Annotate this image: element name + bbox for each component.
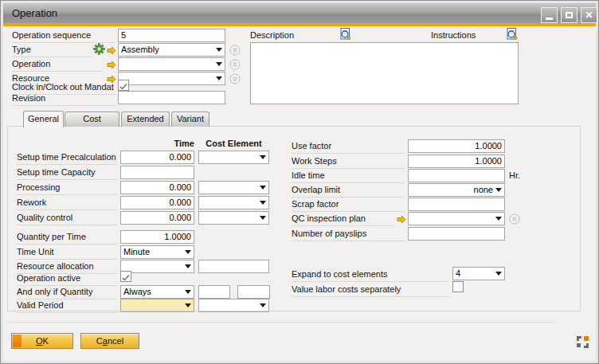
- page-title: Operation: [12, 7, 57, 19]
- tab-cost[interactable]: Cost: [65, 112, 119, 127]
- maximize-button[interactable]: [561, 7, 577, 23]
- clock-mandatory-checkbox[interactable]: [118, 80, 129, 91]
- resize-form-icon[interactable]: [575, 335, 590, 350]
- operation-dialog: Operation ✕ Operation sequence 5 Type As…: [0, 0, 599, 364]
- ok-button[interactable]: OK: [11, 333, 73, 349]
- resource-dropdown[interactable]: [118, 72, 225, 85]
- dropdown-arrow-icon: [216, 48, 222, 52]
- type-link-arrow-icon[interactable]: [107, 46, 116, 55]
- title-bar[interactable]: Operation: [3, 3, 596, 23]
- description-label: Description: [250, 30, 339, 43]
- operation-sequence-input[interactable]: 5: [118, 29, 225, 42]
- accent-bar: [3, 23, 596, 26]
- operation-link-arrow-icon[interactable]: [107, 61, 116, 69]
- minimize-button[interactable]: [541, 7, 558, 23]
- tab-general[interactable]: General: [23, 111, 64, 127]
- revision-input[interactable]: [118, 91, 225, 104]
- operation-choose-list-icon[interactable]: [229, 59, 241, 70]
- tab-variant[interactable]: Variant: [171, 112, 209, 127]
- maximize-icon: [566, 12, 573, 18]
- cancel-button-label: Cancel: [96, 336, 123, 346]
- cancel-button[interactable]: Cancel: [80, 333, 139, 349]
- operation-label: Operation: [12, 59, 103, 72]
- revision-label: Revision: [12, 93, 115, 106]
- type-label: Type: [12, 45, 92, 57]
- default-button-marker: [13, 335, 22, 347]
- instructions-label: Instructions: [431, 30, 505, 43]
- dropdown-arrow-icon: [216, 62, 222, 66]
- description-expand-icon[interactable]: [339, 27, 352, 41]
- close-icon: ✕: [585, 10, 593, 20]
- resource-choose-list-icon[interactable]: [229, 73, 241, 84]
- type-choose-list-icon[interactable]: [229, 45, 241, 56]
- gear-icon: [93, 43, 105, 55]
- tab-extended[interactable]: Extended: [121, 112, 170, 127]
- close-button[interactable]: ✕: [581, 7, 597, 23]
- footer-divider: [7, 322, 555, 323]
- operation-sequence-label: Operation sequence: [12, 30, 115, 43]
- instructions-expand-icon[interactable]: [505, 27, 519, 41]
- dropdown-arrow-icon: [216, 76, 222, 80]
- type-dropdown[interactable]: Assembly: [118, 43, 225, 57]
- description-textarea[interactable]: [250, 42, 519, 104]
- minimize-icon: [546, 18, 553, 20]
- general-tab-panel: [7, 126, 581, 311]
- ok-button-label: OK: [36, 336, 49, 346]
- operation-dropdown[interactable]: [118, 57, 225, 71]
- type-value: Assembly: [121, 45, 159, 54]
